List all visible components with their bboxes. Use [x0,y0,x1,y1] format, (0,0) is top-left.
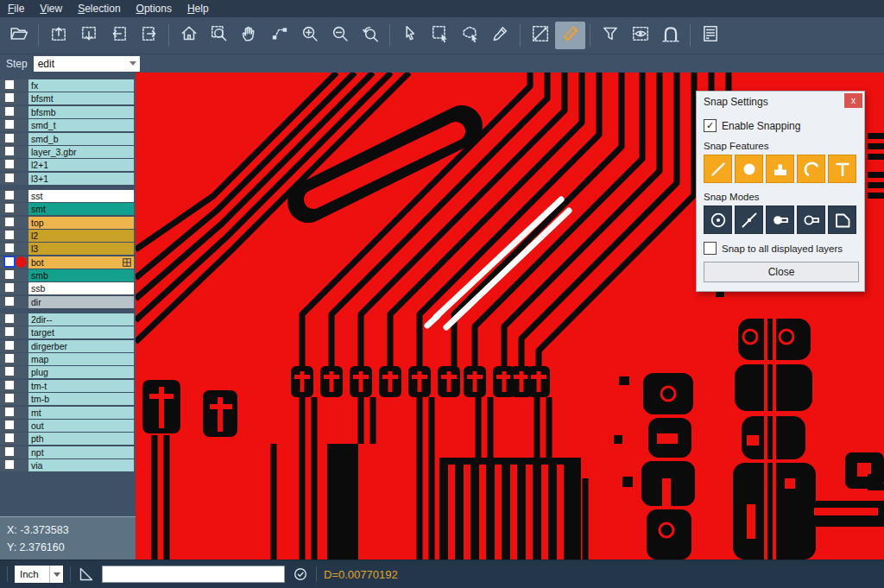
layer-row-l2[interactable]: l2 [0,230,136,242]
layer-checkbox-bot[interactable] [3,256,16,268]
step-select[interactable]: edit [34,56,140,72]
layer-checkbox-l3[interactable] [4,243,15,253]
layer-checkbox-tm-b[interactable] [4,393,15,403]
toolbar-report-button[interactable] [695,22,725,49]
layer-checkbox-out[interactable] [4,420,15,430]
angle-measure-icon[interactable] [78,566,95,583]
toolbar-net-path-button[interactable] [655,22,685,49]
toolbar-select-polygon-button[interactable] [455,22,485,49]
layer-row-pth[interactable]: pth [0,433,136,445]
dialog-close-icon[interactable]: x [844,93,862,108]
menu-item-view[interactable]: View [32,1,70,16]
mode-pad-outline-button[interactable] [797,205,825,234]
layer-checkbox-dirgerber[interactable] [4,340,15,351]
snap-arc-button[interactable] [797,155,825,183]
layer-row-bot[interactable]: bot [0,256,136,269]
layer-row-2dir--[interactable]: 2dir-- [0,313,136,326]
layer-checkbox-smd_b[interactable] [4,133,15,143]
layer-checkbox-mt[interactable] [4,407,15,417]
mode-center-button[interactable] [704,205,732,234]
command-input[interactable] [102,566,285,583]
layer-checkbox-pth[interactable] [4,433,15,443]
layer-row-smd_t[interactable]: smd_t [0,119,136,131]
layer-checkbox-dir[interactable] [4,296,15,307]
layer-row-layer_3.gbr[interactable]: layer_3.gbr [0,146,136,158]
toolbar-brush-button[interactable] [485,22,515,49]
layer-row-top[interactable]: top [0,217,136,229]
toolbar-zoom-previous-button[interactable] [355,22,385,49]
layer-row-l3[interactable]: l3 [0,243,136,255]
toolbar-zoom-out-button[interactable] [325,22,355,49]
toolbar-zoom-in-button[interactable] [294,22,325,49]
unit-select[interactable]: Inch [15,566,63,583]
snap-text-button[interactable] [828,155,856,183]
layer-checkbox-l3+1[interactable] [4,173,15,183]
layer-checkbox-via[interactable] [4,459,15,470]
layer-row-plug[interactable]: plug [0,366,136,378]
layer-checkbox-fx[interactable] [4,79,15,90]
layer-row-target[interactable]: target [0,326,136,338]
layer-row-npt[interactable]: npt [0,446,136,458]
snap-line-button[interactable] [704,155,732,183]
toolbar-open-folder-button[interactable] [3,22,34,49]
mode-midpoint-button[interactable] [735,205,763,234]
layer-checkbox-smt[interactable] [4,203,15,213]
all-layers-checkbox[interactable] [704,242,717,255]
layer-row-map[interactable]: map [0,353,136,365]
layer-row-smt[interactable]: smt [0,203,136,215]
menu-item-file[interactable]: File [0,1,32,16]
layer-checkbox-map[interactable] [4,353,15,364]
layer-row-fx[interactable]: fx [0,79,136,92]
menu-item-selection[interactable]: Selection [70,1,128,16]
toolbar-vertex-move-button[interactable] [264,22,294,49]
toolbar-show-hide-button[interactable] [625,22,655,49]
layer-row-smb[interactable]: smb [0,269,136,281]
toolbar-ruler-button[interactable] [555,22,585,49]
close-button[interactable]: Close [704,262,859,282]
layer-row-sst[interactable]: sst [0,190,136,202]
layer-checkbox-l2[interactable] [4,230,15,240]
layer-row-mt[interactable]: mt [0,407,136,419]
layer-row-tm-b[interactable]: tm-b [0,393,136,405]
toolbar-measure-line-button[interactable] [525,22,555,49]
layer-checkbox-2dir--[interactable] [4,313,15,324]
toolbar-pan-right-button[interactable] [134,22,164,49]
toolbar-pan-up-button[interactable] [43,22,73,49]
layer-checkbox-bfsmt[interactable] [4,92,15,103]
layer-row-dir[interactable]: dir [0,296,136,308]
snap-surface-button[interactable] [766,155,794,183]
toolbar-pan-hand-button[interactable] [234,22,264,49]
toolbar-pan-down-button[interactable] [73,22,104,49]
layer-checkbox-bfsmb[interactable] [4,106,15,117]
layer-checkbox-layer_3.gbr[interactable] [4,146,15,156]
layer-checkbox-smd_t[interactable] [4,119,15,130]
mode-corner-button[interactable] [828,205,856,234]
layer-checkbox-top[interactable] [4,217,15,227]
enable-snapping-checkbox[interactable]: ✓ [704,119,717,132]
layer-checkbox-l2+1[interactable] [4,159,15,169]
layer-checkbox-smb[interactable] [4,269,15,280]
layer-row-l2+1[interactable]: l2+1 [0,159,136,171]
snap-pad-button[interactable] [735,155,763,183]
toolbar-filter-button[interactable] [595,22,625,49]
layer-row-bfsmb[interactable]: bfsmb [0,106,136,118]
layer-row-smd_b[interactable]: smd_b [0,133,136,145]
layer-row-ssb[interactable]: ssb [0,282,136,294]
layer-checkbox-sst[interactable] [4,190,15,200]
toolbar-zoom-window-button[interactable] [204,22,234,49]
layer-row-out[interactable]: out [0,420,136,432]
layer-checkbox-npt[interactable] [4,446,15,457]
layer-checkbox-ssb[interactable] [4,282,15,293]
toolbar-select-arrow-button[interactable] [395,22,425,49]
layer-row-dirgerber[interactable]: dirgerber [0,340,136,352]
pcb-canvas[interactable]: Snap Settings x ✓ Enable Snapping Snap F… [136,73,884,560]
layer-row-tm-t[interactable]: tm-t [0,380,136,392]
layer-row-l3+1[interactable]: l3+1 [0,173,136,185]
toolbar-home-button[interactable] [174,22,204,49]
layer-checkbox-target[interactable] [4,326,15,337]
layer-row-via[interactable]: via [0,459,136,471]
toolbar-select-rect-button[interactable] [425,22,455,49]
toolbar-pan-left-button[interactable] [104,22,134,49]
snap-confirm-icon[interactable] [292,566,309,583]
menu-item-options[interactable]: Options [129,1,180,16]
